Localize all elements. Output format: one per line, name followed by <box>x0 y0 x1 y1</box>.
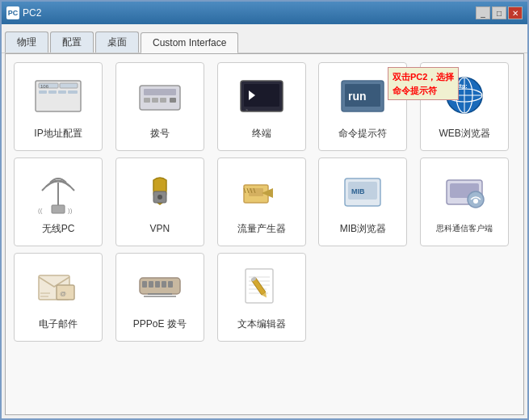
svg-rect-11 <box>152 98 158 103</box>
texteditor-icon <box>237 264 286 313</box>
pppoe-label: PPPoE 拨号 <box>133 317 187 331</box>
svg-rect-48 <box>142 281 147 288</box>
tab-zhuomian[interactable]: 桌面 <box>95 32 139 52</box>
svg-rect-10 <box>144 98 150 103</box>
wireless-icon-item[interactable]: (( )) 无线PC <box>14 158 103 246</box>
svg-text:MIB: MIB <box>351 187 365 195</box>
minimize-button[interactable]: _ <box>476 6 490 19</box>
mib-icon-item[interactable]: MIB MIB浏览器 <box>318 158 407 246</box>
close-button[interactable]: ✕ <box>508 6 523 19</box>
wireless-label: 无线PC <box>42 222 75 236</box>
ip-config-icon: 106 <box>34 74 82 122</box>
ip-config-icon-item[interactable]: 106 IP地址配置 <box>14 62 103 151</box>
main-window: PC PC2 _ □ ✕ 物理 配置 桌面 Custom Interface <box>0 0 529 420</box>
svg-text:106: 106 <box>40 84 49 89</box>
svg-rect-2 <box>60 83 78 88</box>
tab-custom[interactable]: Custom Interface <box>141 32 238 53</box>
svg-rect-4 <box>48 90 57 94</box>
pppoe-icon <box>136 264 184 313</box>
tab-peizhi[interactable]: 配置 <box>50 32 94 52</box>
svg-rect-50 <box>155 281 160 288</box>
terminal-icon-item[interactable]: >_ 终端 <box>217 62 306 151</box>
tab-bar: 物理 配置 桌面 Custom Interface <box>2 24 527 53</box>
window-title: PC2 <box>23 7 472 19</box>
cisco-label: 思科通信客户端 <box>436 223 493 234</box>
maximize-button[interactable]: □ <box>492 6 506 19</box>
traffic-label: 流量产生器 <box>237 222 286 236</box>
wireless-icon: (( )) <box>34 169 82 217</box>
tab-wuli[interactable]: 物理 <box>5 32 48 52</box>
svg-text:@: @ <box>60 290 66 297</box>
svg-text:)): )) <box>68 207 73 214</box>
svg-text:((: (( <box>38 207 43 214</box>
svg-rect-6 <box>68 90 78 94</box>
texteditor-label: 文本编辑器 <box>237 317 286 331</box>
svg-rect-28 <box>52 205 65 213</box>
svg-point-41 <box>473 199 478 204</box>
cmd-label: 命令提示符 <box>338 127 387 141</box>
terminal-icon: >_ <box>237 74 286 122</box>
content-area: 106 IP地址配置 拨号 <box>5 53 524 415</box>
icon-grid: 106 IP地址配置 拨号 <box>14 62 515 342</box>
svg-text:run: run <box>348 90 367 103</box>
svg-rect-12 <box>160 98 166 103</box>
dialup-icon <box>136 74 184 122</box>
vpn-icon <box>136 170 184 218</box>
web-label: WEB浏览器 <box>439 127 490 141</box>
svg-point-32 <box>157 195 162 200</box>
traffic-icon <box>237 169 286 217</box>
pppoe-icon-item[interactable]: PPPoE 拨号 <box>115 253 204 342</box>
dialup-label: 拨号 <box>150 127 170 141</box>
window-controls: _ □ ✕ <box>476 6 523 19</box>
dialup-icon-item[interactable]: 拨号 <box>115 62 204 151</box>
svg-rect-5 <box>58 90 66 94</box>
cmd-icon: run <box>338 74 387 122</box>
ip-config-label: IP地址配置 <box>34 127 82 141</box>
cmd-icon-item[interactable]: run 双击PC2，选择命令提示符 命令提示符 <box>318 62 407 151</box>
email-icon: @ <box>34 264 82 313</box>
svg-rect-52 <box>168 281 173 288</box>
cisco-icon <box>440 170 489 218</box>
cisco-icon-item[interactable]: 思科通信客户端 <box>420 158 509 246</box>
traffic-icon-item[interactable]: 流量产生器 <box>217 158 306 246</box>
svg-rect-9 <box>144 89 176 95</box>
terminal-label: 终端 <box>252 127 271 141</box>
email-label: 电子邮件 <box>39 317 78 331</box>
window-icon: PC <box>6 6 19 19</box>
mib-icon: MIB <box>338 169 387 217</box>
svg-text:>_: >_ <box>246 107 250 112</box>
email-icon-item[interactable]: @ 电子邮件 <box>14 253 103 342</box>
title-bar: PC PC2 _ □ ✕ <box>2 2 527 24</box>
svg-rect-13 <box>170 98 176 103</box>
svg-rect-51 <box>162 281 166 288</box>
vpn-label: VPN <box>149 223 170 234</box>
svg-rect-49 <box>149 281 153 288</box>
svg-rect-3 <box>39 90 47 94</box>
vpn-icon-item[interactable]: VPN <box>115 158 204 246</box>
texteditor-icon-item[interactable]: 文本编辑器 <box>217 253 306 342</box>
mib-label: MIB浏览器 <box>340 222 386 236</box>
cmd-tooltip: 双击PC2，选择命令提示符 <box>388 67 459 100</box>
